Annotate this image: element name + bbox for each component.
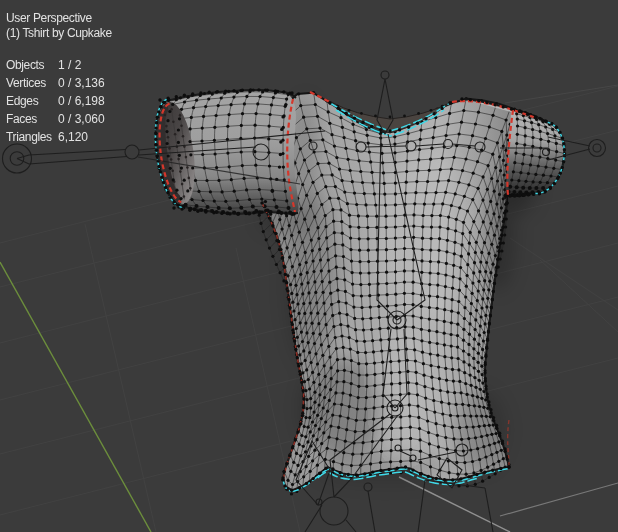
svg-text:User Perspective: User Perspective <box>6 11 92 25</box>
svg-text:(1) Tshirt by Cupkake: (1) Tshirt by Cupkake <box>6 26 112 40</box>
svg-text:Edges: Edges <box>6 94 39 108</box>
svg-text:6,120: 6,120 <box>58 130 88 144</box>
svg-text:0 / 3,060: 0 / 3,060 <box>58 112 105 126</box>
svg-text:Objects: Objects <box>6 58 45 72</box>
svg-text:0 / 3,136: 0 / 3,136 <box>58 76 105 90</box>
svg-text:0 / 6,198: 0 / 6,198 <box>58 94 105 108</box>
svg-text:Triangles: Triangles <box>6 130 52 144</box>
svg-text:Faces: Faces <box>6 112 37 126</box>
svg-text:Vertices: Vertices <box>6 76 46 90</box>
svg-text:1 / 2: 1 / 2 <box>58 58 82 72</box>
